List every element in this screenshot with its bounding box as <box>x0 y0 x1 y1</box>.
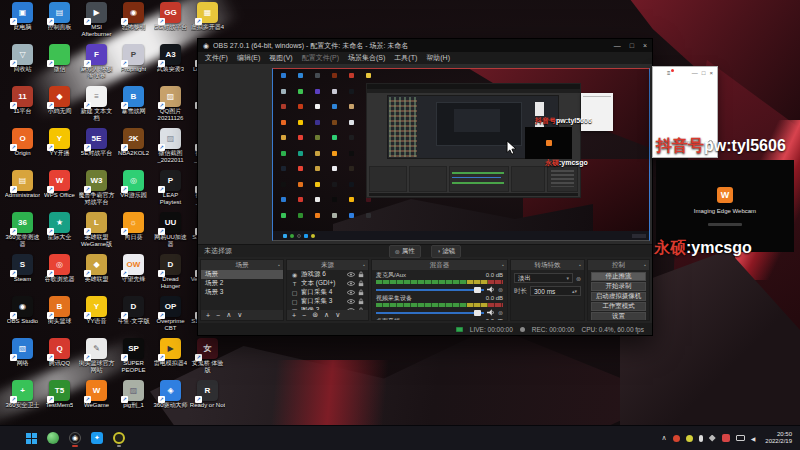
lock-icon[interactable] <box>358 280 364 287</box>
desktop-icon[interactable]: ✎ ↗ 街头篮球官方网站 <box>78 338 115 380</box>
desktop-icon[interactable]: ▧ ↗ 网络 <box>4 338 41 380</box>
tray-red-app-icon[interactable] <box>722 434 730 442</box>
minimize-button[interactable]: — <box>692 70 698 76</box>
desktop-icon[interactable]: ★ ↗ 星际大全 <box>41 212 78 254</box>
desktop-icon[interactable]: GG ↗ GG对战平台 <box>152 2 189 44</box>
taskbar-clock[interactable]: 20:50 2022/2/19 <box>765 431 792 445</box>
remove-source-button[interactable]: − <box>302 312 306 319</box>
desktop-icon[interactable]: ▶ ↗ 雷电模拟器4 <box>152 338 189 380</box>
visibility-eye-icon[interactable] <box>347 299 355 304</box>
desktop-icon[interactable]: O ↗ Origin <box>4 128 41 170</box>
source-list-item[interactable]: ▦ 图像 3 <box>287 306 368 310</box>
minimize-button[interactable]: — <box>614 42 621 49</box>
lock-icon[interactable] <box>358 307 364 310</box>
spinner-icon[interactable]: ▴▾ <box>572 288 577 294</box>
desktop-icon[interactable]: ◆ ↗ 小鸡无间 <box>41 86 78 128</box>
control-button[interactable]: 启动虚拟摄像机 <box>591 292 646 301</box>
start-button[interactable] <box>26 433 37 444</box>
menu-item[interactable]: 帮助(H) <box>426 53 450 63</box>
taskbar-blue-bird-icon[interactable]: ✦ <box>91 432 103 444</box>
tray-microphone-icon[interactable] <box>699 435 703 442</box>
desktop-icon[interactable]: W ↗ WPS Office <box>41 170 78 212</box>
desktop-icon[interactable]: B ↗ 街头篮球 <box>41 296 78 338</box>
desktop-icon[interactable]: B ↗ 暴雪战网 <box>115 86 152 128</box>
source-up-button[interactable]: ∧ <box>324 311 329 319</box>
transition-gear-icon[interactable]: ⊛ <box>576 275 581 282</box>
gear-icon[interactable]: ⊛ <box>498 309 503 316</box>
desktop-icon[interactable]: ▤ ↗ Administrator <box>4 170 41 212</box>
visibility-eye-icon[interactable] <box>347 308 355 310</box>
desktop-icon[interactable]: Y ↗ YY开播 <box>41 128 78 170</box>
desktop-icon[interactable]: W3 ↗ 魔兽争霸官方对战平台 <box>78 170 115 212</box>
desktop-icon[interactable]: ◎ ↗ 谷歌浏览器 <box>41 254 78 296</box>
desktop-icon[interactable]: 女 ↗ 女鬼桥 体验版 <box>189 338 226 380</box>
desktop-icon[interactable]: ☼ ↗ 向日葵 <box>115 212 152 254</box>
add-source-button[interactable]: + <box>292 312 296 319</box>
filters-button[interactable]: ◑ 滤镜 <box>431 245 462 258</box>
taskbar-yellow-ring-icon[interactable] <box>113 432 125 444</box>
menu-item[interactable]: 视图(V) <box>269 53 292 63</box>
visibility-eye-icon[interactable] <box>347 272 355 277</box>
menu-item[interactable]: 场景集合(S) <box>348 53 385 63</box>
desktop-icon[interactable]: OP ↗ Overprime CBT <box>152 296 189 338</box>
obs-preview-canvas[interactable]: 抖音号pw:tyl5606 永硕:ymcsgo <box>272 68 650 241</box>
desktop-icon[interactable]: ≡ ↗ 新建 文本文档 <box>78 86 115 128</box>
camera-window-titlebar[interactable]: ≡ — □ × <box>653 67 717 78</box>
control-button[interactable]: 设置 <box>591 312 646 320</box>
source-list-item[interactable]: ◉ 游戏源 6 <box>287 270 368 279</box>
desktop-icon[interactable]: ↗ 微信 <box>41 44 78 86</box>
desktop-icon[interactable]: S ↗ Steam <box>4 254 41 296</box>
maximize-button[interactable]: □ <box>630 42 634 49</box>
tray-volume-icon[interactable]: ◀ <box>751 435 756 442</box>
menu-item[interactable]: 工具(T) <box>394 53 417 63</box>
scene-list-item[interactable]: 场景 3 <box>201 288 283 297</box>
transition-select[interactable]: 淡出 ▾ <box>514 273 573 283</box>
close-button[interactable]: × <box>643 42 647 49</box>
volume-slider[interactable] <box>376 312 484 314</box>
desktop-icon[interactable]: 2K ↗ NBA2KOL2 <box>115 128 152 170</box>
desktop-icon[interactable]: Y ↗ YY语音 <box>78 296 115 338</box>
add-scene-button[interactable]: + <box>206 312 210 319</box>
desktop-icon[interactable]: P ↗ Propnight <box>115 44 152 86</box>
visibility-eye-icon[interactable] <box>347 281 355 286</box>
desktop-icon[interactable]: F ↗ 麻烦人:终极淘汰赛 <box>78 44 115 86</box>
desktop-icon[interactable]: ◉ ↗ OBS Studio <box>4 296 41 338</box>
speaker-icon[interactable] <box>487 309 495 316</box>
desktop-icon[interactable]: R ↗ Ready or Not <box>189 380 226 422</box>
tray-device-icon[interactable] <box>709 435 716 442</box>
menu-burger-icon[interactable]: ≡ <box>667 70 671 76</box>
desktop-icon[interactable]: L ↗ 英雄联盟WeGame版 <box>78 212 115 254</box>
desktop-icon[interactable]: P ↗ LEAP Playtest <box>152 170 189 212</box>
control-button[interactable]: 停止推流 <box>591 272 646 281</box>
scene-list-item[interactable]: 场景 2 <box>201 279 283 288</box>
tray-yellow-dot-icon[interactable] <box>686 435 693 442</box>
control-button[interactable]: 工作室模式 <box>591 302 646 311</box>
menu-item[interactable]: 编辑(E) <box>237 53 260 63</box>
volume-slider-handle[interactable] <box>474 310 481 316</box>
desktop-icon[interactable]: A3 ↗ 武装突袭3 <box>152 44 189 86</box>
desktop-icon[interactable]: UU ↗ 网易UU加速器 <box>152 212 189 254</box>
desktop-icon[interactable]: ◎ ↗ VR游乐园 <box>115 170 152 212</box>
obs-titlebar[interactable]: ◉ OBS 27.0.1 (64-bit, windows) - 配置文件: 未… <box>198 39 652 52</box>
desktop-icon[interactable]: ▤ ↗ 控制面板 <box>41 2 78 44</box>
desktop-icon[interactable]: SP ↗ SUPER PEOPLE <box>115 338 152 380</box>
desktop-icon[interactable]: ▣ ↗ 此电脑 <box>4 2 41 44</box>
source-list-item[interactable]: ▢ 窗口采集 4 <box>287 288 368 297</box>
maximize-button[interactable]: □ <box>702 70 706 76</box>
menu-item[interactable]: 文件(F) <box>205 53 228 63</box>
desktop-icon[interactable]: ▨ ↗ pig刑_1 <box>115 380 152 422</box>
source-list-item[interactable]: T 文本 (GDI+) <box>287 279 368 288</box>
properties-button[interactable]: ⊛ 属性 <box>389 245 421 258</box>
lock-icon[interactable] <box>358 271 364 278</box>
scene-up-button[interactable]: ∧ <box>226 311 231 319</box>
desktop-icon[interactable]: ▨ ↗ QQ图片20211126 <box>152 86 189 128</box>
desktop-icon[interactable]: D ↗ Dread Hunger <box>152 254 189 296</box>
lock-icon[interactable] <box>358 298 364 305</box>
menu-item[interactable]: 配置文件(P) <box>302 53 339 63</box>
scene-down-button[interactable]: ∨ <box>237 311 242 319</box>
desktop-icon[interactable]: OW ↗ 守望先锋 <box>115 254 152 296</box>
gear-icon[interactable]: ⊛ <box>498 286 503 293</box>
desktop-icon[interactable]: W ↗ WeGame <box>78 380 115 422</box>
desktop-icon[interactable]: D ↗ 斗鱼·文字版 <box>115 296 152 338</box>
scene-list-item[interactable]: 场景 <box>201 270 283 279</box>
